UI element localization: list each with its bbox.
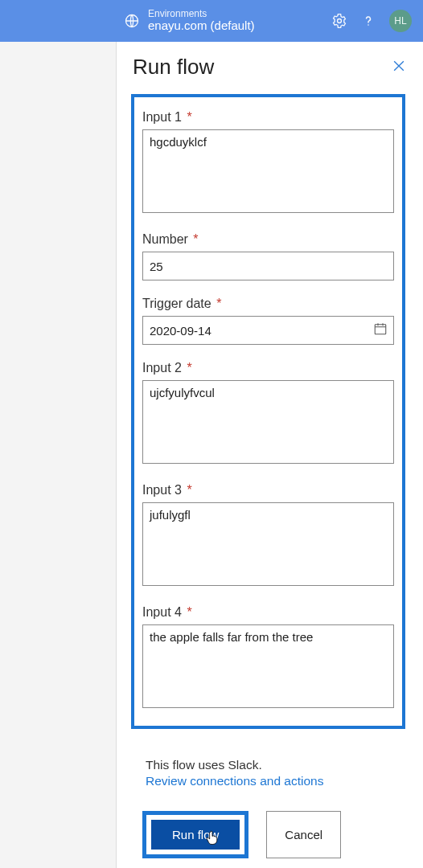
label-number: Number — [142, 232, 188, 246]
svg-point-2 — [368, 24, 369, 26]
environment-name: enayu.com (default) — [148, 19, 255, 33]
settings-icon[interactable] — [331, 13, 347, 29]
required-mark: * — [187, 483, 191, 497]
input1-textarea[interactable]: hgcduyklcf — [142, 129, 394, 213]
inputs-frame: Input 1 * hgcduyklcf Number * Trigger da… — [131, 94, 405, 729]
label-input1: Input 1 — [142, 110, 182, 124]
panel-scroll[interactable]: Input 1 * hgcduyklcf Number * Trigger da… — [117, 88, 423, 868]
field-number: Number * — [142, 232, 394, 280]
field-input3: Input 3 * jufulygfl — [142, 483, 394, 589]
environment-label: Environments — [148, 9, 255, 19]
required-mark: * — [216, 297, 221, 310]
button-row: Run flow Cancel — [131, 788, 405, 858]
number-input[interactable] — [142, 252, 394, 280]
svg-point-1 — [338, 19, 342, 23]
field-input1: Input 1 * hgcduyklcf — [142, 110, 394, 216]
close-icon[interactable] — [391, 58, 407, 77]
avatar[interactable]: HL — [389, 10, 412, 32]
input4-textarea[interactable]: the apple falls far from the tree — [142, 624, 394, 708]
avatar-initials: HL — [394, 15, 406, 27]
required-mark: * — [187, 361, 191, 375]
help-icon[interactable] — [360, 13, 376, 29]
run-flow-button[interactable]: Run flow — [151, 820, 240, 850]
panel-title: Run flow — [133, 55, 214, 80]
run-flow-panel: Run flow Input 1 * hgcduyklcf Number * T… — [116, 42, 423, 868]
review-connections-link[interactable]: Review connections and actions — [146, 774, 323, 788]
required-mark: * — [187, 110, 191, 124]
input2-textarea[interactable]: ujcfyulyfvcul — [142, 380, 394, 464]
label-input4: Input 4 — [142, 605, 182, 619]
uses-text: This flow uses Slack. — [131, 758, 405, 772]
top-bar: Environments enayu.com (default) HL — [0, 0, 423, 42]
input3-textarea[interactable]: jufulygfl — [142, 502, 394, 586]
label-trigger-date: Trigger date — [142, 297, 212, 310]
required-mark: * — [193, 232, 198, 246]
environment-picker[interactable]: Environments enayu.com (default) — [124, 9, 255, 33]
run-flow-highlight: Run flow — [142, 811, 248, 858]
label-input3: Input 3 — [142, 483, 182, 497]
cancel-button[interactable]: Cancel — [266, 811, 341, 858]
field-input4: Input 4 * the apple falls far from the t… — [142, 605, 394, 711]
required-mark: * — [187, 605, 191, 619]
field-input2: Input 2 * ujcfyulyfvcul — [142, 361, 394, 467]
label-input2: Input 2 — [142, 361, 182, 375]
trigger-date-input[interactable] — [142, 316, 394, 345]
globe-icon — [124, 13, 140, 29]
field-trigger-date: Trigger date * — [142, 297, 394, 345]
